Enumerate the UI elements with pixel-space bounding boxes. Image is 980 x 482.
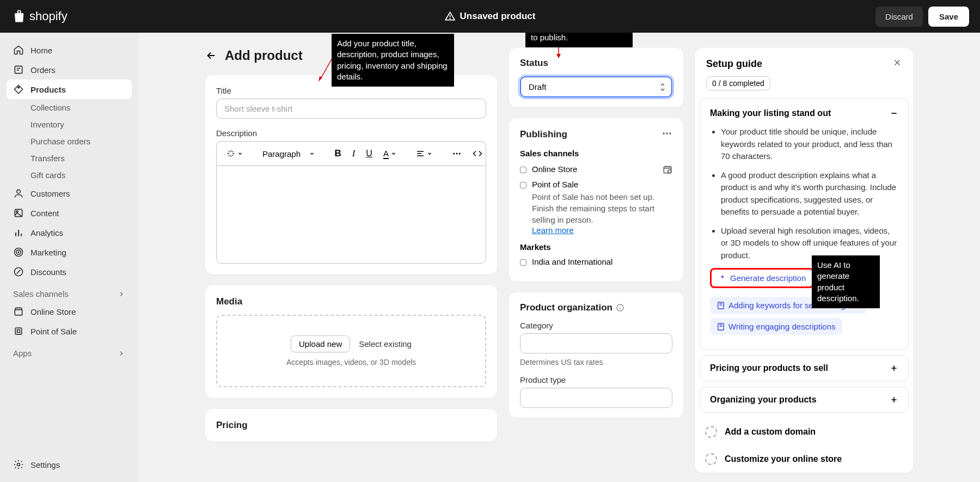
svg-rect-12 [15,328,22,334]
gear-icon [13,459,24,470]
nav-online-store[interactable]: Online Store [7,302,132,321]
market-india: India and International [520,257,672,266]
warning-icon [445,11,456,22]
sales-channels-label: Sales channels [520,149,672,158]
nav-analytics[interactable]: Analytics [7,223,132,242]
generate-description-pill[interactable]: Generate description [710,268,814,288]
book-icon [716,301,725,310]
plus-icon [890,395,898,404]
title-input[interactable] [216,99,486,119]
back-button[interactable] [205,50,217,62]
rte-align-button[interactable] [412,146,437,161]
calendar-icon[interactable] [663,164,672,174]
task-custom-domain[interactable]: Add a custom domain [695,418,913,446]
chevron-down-icon [309,151,315,156]
top-header: shopify Unsaved product Discard Save [0,0,980,33]
dashed-circle-icon [705,426,717,438]
annotation-ai-desc: Use AI to generate product description. [812,255,880,308]
setup-section-organizing[interactable]: Organizing your products [700,387,909,413]
nav-collections[interactable]: Collections [7,99,132,116]
store-icon [13,306,24,317]
discard-button[interactable]: Discard [875,7,923,27]
pricing-title: Pricing [216,420,486,431]
svg-point-14 [17,463,20,466]
rte-html-button[interactable] [468,145,487,162]
task-customize-store[interactable]: Customize your online store [695,446,913,473]
pos-icon [13,326,24,337]
save-button[interactable]: Save [928,7,969,27]
setup-close-button[interactable] [892,58,902,70]
rte-underline-button[interactable]: U [362,145,377,162]
svg-point-6 [16,211,18,212]
shopify-bag-icon [11,9,26,24]
setup-section-listing-toggle[interactable]: Making your listing stand out [710,108,898,118]
status-title: Status [520,58,672,69]
svg-rect-11 [15,310,22,315]
page-header: Add product Add your product title, desc… [205,48,497,63]
unsaved-indicator: Unsaved product [445,11,536,22]
nav-inventory[interactable]: Inventory [7,116,132,133]
nav-home[interactable]: Home [7,40,132,60]
category-label: Category [520,321,672,330]
nav-orders[interactable]: Orders [7,60,132,80]
align-left-icon [416,149,425,158]
nav-products[interactable]: Products [7,80,132,99]
svg-point-22 [663,132,665,134]
svg-point-17 [453,153,455,155]
annotation-product-details: Add your product title, description, pro… [332,34,454,87]
writing-desc-pill[interactable]: Writing engaging descriptions [710,318,842,335]
nav-customers[interactable]: Customers [7,184,132,203]
rte-ai-button[interactable] [222,146,247,161]
rte-paragraph-select[interactable]: Paragraph [258,146,319,162]
nav-settings[interactable]: Settings [7,455,132,474]
setup-section-pricing[interactable]: Pricing your products to sell [700,355,909,381]
select-existing-button[interactable]: Select existing [359,335,412,352]
rte-bold-button[interactable]: B [330,145,345,162]
svg-point-24 [669,132,671,134]
code-icon [473,149,482,158]
info-icon[interactable] [616,303,624,312]
status-card: Status Draft Change from "Draft" to "Act… [509,48,683,107]
rte-italic-button[interactable]: I [348,145,360,162]
setup-section-listing: Making your listing stand out Your produ… [700,98,909,350]
category-input[interactable] [520,333,672,353]
title-desc-card: Title Description Paragraph B I U A [205,75,497,274]
nav-gift-cards[interactable]: Gift cards [7,167,132,184]
svg-point-23 [666,132,667,134]
publishing-menu-button[interactable] [661,128,672,141]
nav-pos[interactable]: Point of Sale [7,321,132,341]
upload-new-button[interactable]: Upload new [291,335,350,352]
learn-more-link[interactable]: Learn more [532,225,574,235]
svg-point-4 [17,190,21,193]
media-dropzone[interactable]: Upload new Select existing Accepts image… [216,315,486,387]
product-org-card: Product organization Category Determines… [509,292,683,418]
nav-transfers[interactable]: Transfers [7,150,132,167]
nav-purchase-orders[interactable]: Purchase orders [7,133,132,150]
channel-online-store: Online Store [520,164,672,174]
description-label: Description [216,129,486,138]
arrow-left-icon [205,50,217,62]
chevron-down-icon [427,151,432,156]
category-hint: Determines US tax rates [520,358,672,367]
setup-tips-list: Your product title should be unique, inc… [710,126,898,261]
svg-rect-13 [17,330,20,333]
person-icon [13,188,24,199]
content-icon [13,208,24,218]
nav-discounts[interactable]: Discounts [7,262,132,282]
product-type-input[interactable] [520,388,672,408]
svg-point-19 [459,153,461,155]
rte-more-button[interactable] [448,145,466,162]
svg-point-9 [18,252,19,253]
status-select[interactable]: Draft [520,76,672,97]
nav-content[interactable]: Content [7,203,132,223]
svg-point-3 [18,87,20,88]
nav-section-sales-channels[interactable]: Sales channels [7,282,132,302]
nav-section-apps[interactable]: Apps [7,341,132,361]
dashed-circle-icon [705,453,717,465]
chevron-right-icon [118,290,125,298]
channel-pos: Point of Sale Point of Sale has not been… [520,180,672,235]
title-label: Title [216,86,486,95]
nav-marketing[interactable]: Marketing [7,242,132,262]
description-editor[interactable] [216,166,486,264]
rte-color-button[interactable]: A [379,145,401,162]
